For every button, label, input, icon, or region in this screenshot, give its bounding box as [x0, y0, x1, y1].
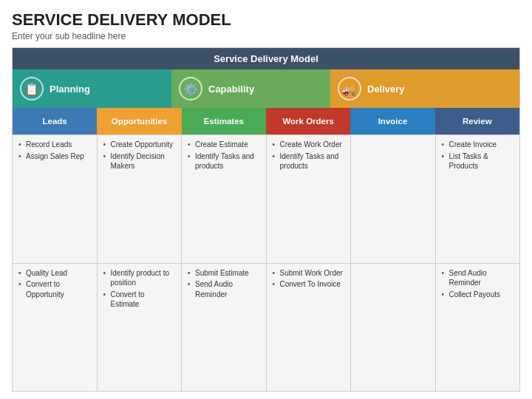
- phase-planning-label: Planning: [50, 83, 90, 95]
- page-wrapper: SERVICE DELIVERY MODEL Enter your sub he…: [0, 0, 532, 399]
- list-item: Convert To Invoice: [273, 279, 345, 290]
- stage-estimates: Estimates: [182, 108, 266, 134]
- stage-opportunities-label: Opportunities: [112, 117, 167, 126]
- list-item: Create Invoice: [442, 140, 514, 150]
- list-r1-review: Create Invoice List Tasks & Products: [442, 140, 514, 171]
- cell-r2-review: Send Audio Reminder Collect Payouts: [436, 264, 520, 391]
- content-row-1: Record Leads Assign Sales Rep Create Opp…: [13, 134, 519, 262]
- stage-invoice-label: Invoice: [378, 117, 408, 126]
- content-rows: Record Leads Assign Sales Rep Create Opp…: [13, 134, 519, 391]
- list-item: Create Work Order: [273, 140, 345, 150]
- diagram-header: Service Delivery Model: [13, 48, 519, 69]
- list-item: Identify Decision Makers: [103, 151, 176, 171]
- phase-planning: 📋 Planning: [13, 69, 171, 108]
- list-r1-estimates: Create Estimate Identify Tasks and produ…: [188, 140, 260, 171]
- list-item: Submit Work Order: [273, 268, 345, 279]
- stage-leads-label: Leads: [43, 117, 67, 126]
- stage-leads: Leads: [13, 108, 97, 134]
- cell-r1-workorders: Create Work Order Identify Tasks and pro…: [267, 135, 352, 262]
- list-r1-workorders: Create Work Order Identify Tasks and pro…: [273, 140, 345, 171]
- phase-capability-label: Capability: [208, 83, 254, 95]
- stage-workorders-label: Work Orders: [282, 117, 333, 126]
- cell-r1-estimates: Create Estimate Identify Tasks and produ…: [182, 135, 267, 262]
- stage-workorders: Work Orders: [266, 108, 350, 134]
- cell-r2-workorders: Submit Work Order Convert To Invoice: [267, 264, 352, 391]
- list-item: Convert to Opportunity: [18, 279, 91, 299]
- stage-review: Review: [435, 108, 519, 134]
- list-item: List Tasks & Products: [442, 151, 514, 171]
- list-item: Create Opportunity: [103, 140, 176, 150]
- page-title: SERVICE DELIVERY MODEL: [12, 10, 520, 30]
- cell-r1-review: Create Invoice List Tasks & Products: [436, 135, 520, 262]
- page-subtitle: Enter your sub headline here: [12, 31, 520, 41]
- list-r2-review: Send Audio Reminder Collect Payouts: [442, 268, 514, 300]
- cell-r2-estimates: Submit Estimate Send Audio Reminder: [182, 264, 267, 391]
- list-item: Send Audio Reminder: [188, 279, 260, 299]
- list-r1-opportunities: Create Opportunity Identify Decision Mak…: [103, 140, 176, 171]
- delivery-icon: 🚚: [338, 77, 361, 100]
- list-item: Quality Lead: [18, 268, 91, 279]
- list-item: Identify product to position: [103, 268, 176, 288]
- cell-r2-opportunities: Identify product to position Convert to …: [98, 264, 183, 391]
- stage-row: Leads Opportunities Estimates Work Order…: [13, 108, 519, 134]
- cell-r1-leads: Record Leads Assign Sales Rep: [13, 135, 98, 262]
- list-item: Convert to Estimate: [103, 290, 176, 310]
- diagram-container: Service Delivery Model 📋 Planning ⚙️ Cap…: [12, 47, 520, 392]
- stage-review-label: Review: [463, 117, 492, 126]
- list-r2-workorders: Submit Work Order Convert To Invoice: [273, 268, 345, 290]
- list-item: Send Audio Reminder: [442, 268, 514, 288]
- phase-delivery-label: Delivery: [367, 83, 405, 95]
- list-item: Assign Sales Rep: [18, 151, 91, 162]
- list-item: Submit Estimate: [188, 268, 260, 279]
- cell-r2-invoice: [351, 264, 436, 391]
- capability-icon: ⚙️: [179, 77, 202, 100]
- list-r2-opportunities: Identify product to position Convert to …: [103, 268, 176, 310]
- list-item: Identify Tasks and products: [273, 151, 345, 171]
- stage-invoice: Invoice: [350, 108, 434, 134]
- cell-r1-invoice: [351, 135, 436, 262]
- list-item: Create Estimate: [188, 140, 260, 150]
- content-row-2: Quality Lead Convert to Opportunity Iden…: [13, 263, 519, 391]
- stage-estimates-label: Estimates: [204, 117, 244, 126]
- cell-r2-leads: Quality Lead Convert to Opportunity: [13, 264, 98, 391]
- list-item: Record Leads: [18, 140, 91, 150]
- list-r2-estimates: Submit Estimate Send Audio Reminder: [188, 268, 260, 300]
- list-r2-leads: Quality Lead Convert to Opportunity: [18, 268, 91, 300]
- list-r1-leads: Record Leads Assign Sales Rep: [18, 140, 91, 161]
- planning-icon: 📋: [20, 77, 44, 100]
- phase-delivery: 🚚 Delivery: [330, 69, 519, 108]
- phase-capability: ⚙️ Capability: [171, 69, 330, 108]
- list-item: Identify Tasks and products: [188, 151, 260, 171]
- cell-r1-opportunities: Create Opportunity Identify Decision Mak…: [98, 135, 183, 262]
- list-item: Collect Payouts: [442, 290, 514, 300]
- stage-opportunities: Opportunities: [97, 108, 181, 134]
- phase-row: 📋 Planning ⚙️ Capability 🚚 Delivery: [13, 69, 519, 108]
